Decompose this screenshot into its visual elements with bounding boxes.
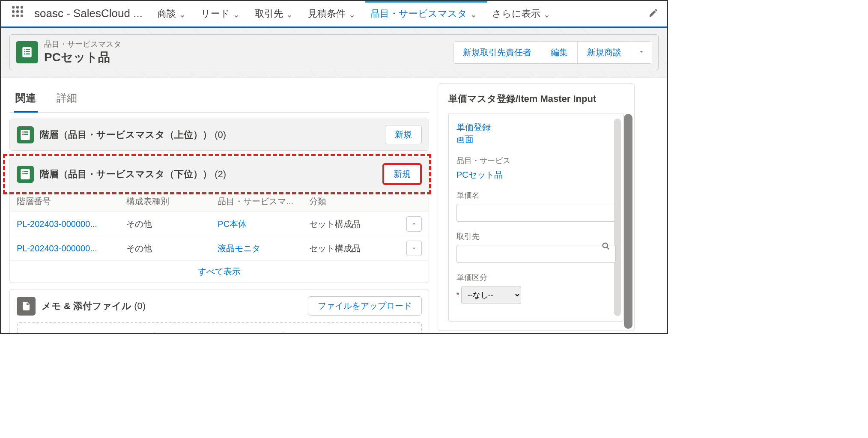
field-price-type: 単価区分 * --なし-- bbox=[456, 272, 616, 304]
row-menu-button[interactable] bbox=[406, 216, 422, 232]
upload-inline-button[interactable]: ファイルをアップロード bbox=[153, 332, 285, 334]
list-icon bbox=[17, 126, 34, 143]
nav-item-3[interactable]: 見積条件 bbox=[306, 1, 357, 26]
record-name: PCセット品 bbox=[44, 49, 121, 66]
related-lower-title: 階層（品目・サービスマスタ（下位）） (2) bbox=[40, 168, 226, 181]
tab-details[interactable]: 詳細 bbox=[55, 87, 79, 112]
row-menu-button[interactable] bbox=[406, 241, 422, 256]
record-header: 品目・サービスマスタ PCセット品 新規取引先責任者 編集 新規商談 bbox=[1, 28, 667, 77]
sub-title-line: 単価登録 bbox=[456, 122, 491, 132]
field-label: 単価区分 bbox=[456, 272, 616, 283]
record-tabs: 関連 詳細 bbox=[9, 83, 429, 113]
left-column: 関連 詳細 階層（品目・サービスマスタ（上位）） (0) 新規 bbox=[9, 83, 429, 331]
new-lower-button[interactable]: 新規 bbox=[382, 163, 422, 185]
show-all-link[interactable]: すべて表示 bbox=[10, 260, 429, 283]
related-count: (2) bbox=[215, 169, 226, 179]
panel-title: 単価マスタ登録/Item Master Input bbox=[448, 92, 624, 105]
col-header: 品目・サービスマ... bbox=[218, 196, 309, 207]
field-label: 単価名 bbox=[456, 190, 616, 200]
field-label: 品目・サービス bbox=[456, 155, 616, 166]
item-master-panel: 単価マスタ登録/Item Master Input 単価登録 画面 品目・サービ… bbox=[438, 83, 635, 331]
row-link-item[interactable]: PC本体 bbox=[218, 218, 309, 230]
notes-title-text: メモ & 添付ファイル bbox=[42, 301, 131, 311]
col-header: 分類 bbox=[309, 196, 400, 207]
edit-button[interactable]: 編集 bbox=[541, 42, 577, 63]
notes-card: メモ & 添付ファイル (0) ファイルをアップロード ファイルをアップロード bbox=[9, 289, 429, 334]
svg-rect-1 bbox=[24, 49, 25, 50]
related-count: (0) bbox=[215, 129, 226, 140]
price-name-input[interactable] bbox=[456, 204, 616, 222]
record-header-card: 品目・サービスマスタ PCセット品 新規取引先責任者 編集 新規商談 bbox=[9, 34, 659, 70]
required-mark: * bbox=[456, 292, 459, 299]
sub-title-line: 画面 bbox=[456, 134, 474, 144]
search-icon[interactable] bbox=[601, 241, 611, 253]
row-link-number[interactable]: PL-202403-000000... bbox=[17, 244, 126, 253]
svg-rect-16 bbox=[24, 173, 28, 174]
nav-item-2[interactable]: 取引先 bbox=[253, 1, 294, 26]
header-actions: 新規取引先責任者 編集 新規商談 bbox=[453, 41, 652, 64]
field-value-link[interactable]: PCセット品 bbox=[456, 169, 616, 181]
list-icon bbox=[17, 166, 34, 183]
svg-rect-10 bbox=[22, 134, 24, 135]
price-type-select[interactable]: --なし-- bbox=[461, 286, 521, 304]
svg-rect-13 bbox=[22, 171, 24, 172]
nav-item-more[interactable]: さらに表示 bbox=[490, 1, 552, 26]
svg-point-17 bbox=[603, 243, 608, 248]
chevron-down-icon bbox=[471, 11, 477, 17]
row-link-number[interactable]: PL-202403-000000... bbox=[17, 219, 126, 229]
svg-rect-11 bbox=[24, 134, 28, 135]
record-title: 品目・サービスマスタ PCセット品 bbox=[44, 39, 121, 66]
file-icon bbox=[17, 297, 36, 316]
upload-dropzone[interactable]: ファイルをアップロード bbox=[17, 322, 422, 334]
nav-label: さらに表示 bbox=[492, 7, 540, 20]
more-actions-button[interactable] bbox=[631, 42, 652, 63]
app-name: soasc - SalesCloud ... bbox=[34, 7, 143, 20]
scrollbar[interactable] bbox=[624, 114, 632, 329]
svg-rect-8 bbox=[22, 131, 24, 133]
app-launcher-icon[interactable] bbox=[12, 6, 27, 21]
label-text: 単価区分 bbox=[456, 273, 487, 282]
record-icon bbox=[16, 41, 38, 63]
notes-count: (0) bbox=[134, 301, 146, 311]
field-item: 品目・サービス PCセット品 bbox=[456, 155, 616, 181]
tab-related[interactable]: 関連 bbox=[14, 87, 38, 113]
nav-label: 品目・サービスマスタ bbox=[370, 7, 467, 20]
col-header: 階層番号 bbox=[17, 196, 126, 207]
new-contact-button[interactable]: 新規取引先責任者 bbox=[453, 42, 541, 63]
field-price-name: 単価名 bbox=[456, 190, 616, 222]
svg-rect-5 bbox=[24, 54, 25, 55]
related-title-text: 階層（品目・サービスマスタ（下位）） bbox=[40, 169, 212, 179]
nav-item-1[interactable]: リード bbox=[199, 1, 241, 26]
field-account: 取引先 bbox=[456, 231, 616, 263]
svg-rect-15 bbox=[22, 173, 24, 174]
svg-rect-6 bbox=[26, 54, 30, 55]
upload-file-button[interactable]: ファイルをアップロード bbox=[308, 296, 422, 316]
related-upper-title: 階層（品目・サービスマスタ（上位）） (0) bbox=[40, 128, 226, 141]
nav-label: 商談 bbox=[157, 7, 176, 20]
record-type-label: 品目・サービスマスタ bbox=[44, 39, 121, 49]
new-upper-button[interactable]: 新規 bbox=[385, 125, 422, 144]
right-column: 単価マスタ登録/Item Master Input 単価登録 画面 品目・サービ… bbox=[438, 83, 635, 331]
row-link-item[interactable]: 液晶モニタ bbox=[218, 243, 309, 254]
chevron-down-icon bbox=[286, 11, 292, 17]
related-list-upper: 階層（品目・サービスマスタ（上位）） (0) 新規 bbox=[9, 119, 429, 151]
nav-item-4[interactable]: 品目・サービスマスタ bbox=[369, 1, 478, 26]
global-nav: soasc - SalesCloud ... 商談 リード 取引先 見積条件 品… bbox=[1, 1, 667, 27]
table-row: PL-202403-000000... その他 PC本体 セット構成品 bbox=[10, 212, 429, 236]
notes-title: メモ & 添付ファイル (0) bbox=[42, 300, 146, 313]
row-text: セット構成品 bbox=[309, 243, 400, 254]
nav-label: 取引先 bbox=[255, 7, 283, 20]
chevron-down-icon bbox=[349, 11, 355, 17]
scrollbar[interactable] bbox=[614, 119, 621, 316]
chevron-down-icon bbox=[233, 11, 239, 17]
new-opportunity-button[interactable]: 新規商談 bbox=[577, 42, 631, 63]
related-list-lower-wrap: 階層（品目・サービスマスタ（下位）） (2) 新規 階層番号 構成表種別 品目・… bbox=[9, 157, 429, 283]
panel-sub-card: 単価登録 画面 品目・サービス PCセット品 単価名 取引先 bbox=[448, 113, 624, 322]
svg-rect-2 bbox=[26, 49, 30, 50]
nav-item-0[interactable]: 商談 bbox=[155, 1, 187, 26]
edit-nav-icon[interactable] bbox=[648, 8, 659, 20]
account-lookup-input[interactable] bbox=[456, 245, 616, 263]
app-container: soasc - SalesCloud ... 商談 リード 取引先 見積条件 品… bbox=[0, 0, 668, 334]
table-header: 階層番号 構成表種別 品目・サービスマ... 分類 bbox=[10, 191, 429, 212]
related-title-text: 階層（品目・サービスマスタ（上位）） bbox=[40, 129, 212, 140]
